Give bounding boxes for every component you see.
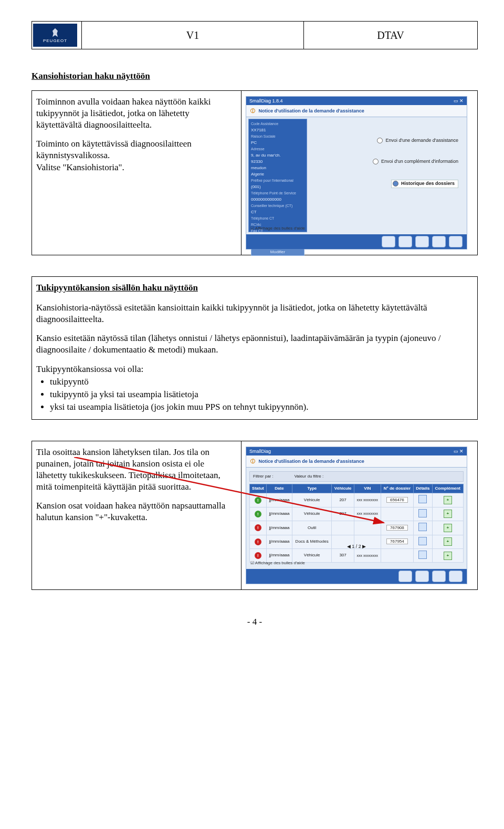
footer-button[interactable] bbox=[415, 236, 429, 247]
filter-bar: Filtrer par : Valeur du filtre : bbox=[249, 471, 464, 482]
section1-title: Kansiohistorian haku näyttöön bbox=[32, 70, 478, 82]
col-header: Type bbox=[292, 484, 332, 493]
shot1-titlebar: SmallDiag 1.8.4 ▭ ✕ bbox=[246, 97, 467, 105]
section1-box: Toiminnon avulla voidaan hakea näyttöön … bbox=[32, 90, 478, 255]
opt-envoi-demande[interactable]: Envoi d'une demande d'assistance bbox=[377, 138, 458, 144]
section2-text: Tukipyyntökansion sisällön haku näyttöön… bbox=[32, 277, 478, 420]
complement-add-button[interactable]: + bbox=[444, 552, 452, 560]
shot1-footer: ☑ Affichage des bulles d'aide bbox=[246, 234, 467, 249]
shot1-window-controls: ▭ ✕ bbox=[454, 97, 464, 105]
s2-p2: Kansio esitetään näytössä tilan (lähetys… bbox=[36, 333, 473, 356]
section2-title: Tukipyyntökansion sisällön haku näyttöön bbox=[36, 282, 473, 294]
modifier-button[interactable]: Modifier bbox=[251, 248, 304, 256]
dossier-table: StatutDateTypeVéhiculeVINN° de dossierDé… bbox=[249, 484, 464, 563]
section1-text: Toiminnon avulla voidaan hakea näyttöön … bbox=[32, 91, 242, 255]
status-icon: ! bbox=[255, 524, 261, 531]
footer-button[interactable] bbox=[415, 571, 429, 582]
complement-add-button[interactable]: + bbox=[444, 524, 452, 532]
shot2-titlebar: SmallDiag▭ ✕ bbox=[246, 447, 467, 455]
col-header: Date bbox=[266, 484, 292, 493]
footer-button[interactable] bbox=[449, 236, 463, 247]
status-icon: ! bbox=[255, 552, 261, 559]
screenshot-notice-utilisation: SmallDiag 1.8.4 ▭ ✕ ⓘ Notice d'utilisati… bbox=[246, 96, 467, 250]
screenshot-historique-dossiers: SmallDiag▭ ✕ ⓘ Notice d'utilisation de l… bbox=[246, 447, 467, 584]
shot2-notice: ⓘ Notice d'utilisation de la demande d'a… bbox=[246, 455, 467, 468]
shot1-title: SmallDiag 1.8.4 bbox=[249, 97, 283, 105]
shot1-main: Envoi d'une demande d'assistance Envoi d… bbox=[310, 119, 464, 232]
page-number: - 4 - bbox=[32, 616, 478, 628]
details-button[interactable] bbox=[418, 495, 427, 503]
page-header-table: PEUGEOT V1 DTAV bbox=[32, 21, 478, 49]
shot1-notice: ⓘ Notice d'utilisation de la demande d'a… bbox=[246, 105, 467, 117]
section2-box: Tukipyyntökansion sisällön haku näyttöön… bbox=[32, 276, 478, 420]
section3-box: Tila osoittaa kansion lähetyksen tilan. … bbox=[32, 441, 478, 590]
s1-p1: Toiminnon avulla voidaan hakea näyttöön … bbox=[36, 96, 237, 131]
complement-add-button[interactable]: + bbox=[444, 510, 452, 518]
footer-button[interactable] bbox=[432, 236, 446, 247]
footer-button[interactable] bbox=[382, 236, 395, 247]
section1-screenshot-cell: SmallDiag 1.8.4 ▭ ✕ ⓘ Notice d'utilisati… bbox=[242, 91, 478, 255]
opt-envoi-complement[interactable]: Envoi d'un complément d'information bbox=[373, 159, 458, 165]
radio-icon[interactable] bbox=[393, 181, 398, 186]
footer-button[interactable] bbox=[432, 571, 446, 582]
col-header: N° de dossier bbox=[381, 484, 413, 493]
footer-button[interactable] bbox=[398, 236, 412, 247]
col-header: Véhicule bbox=[332, 484, 354, 493]
shot1-sidebar: Code AssistanceXX7181 Raison SocialePC A… bbox=[248, 119, 307, 232]
s2-p1: Kansiohistoria-näytössä esitetään kansio… bbox=[36, 302, 473, 325]
lion-icon bbox=[50, 27, 60, 38]
details-button[interactable] bbox=[418, 509, 427, 517]
col-header: VIN bbox=[354, 484, 381, 493]
s3-p2: Kansion osat voidaan hakea näyttöön naps… bbox=[36, 500, 237, 523]
s2-b1: tukipyyntö bbox=[50, 376, 473, 388]
footer-button[interactable] bbox=[398, 571, 412, 582]
section3-screenshot-cell: SmallDiag▭ ✕ ⓘ Notice d'utilisation de l… bbox=[242, 441, 478, 589]
table-row: !jj/mm/aaaaVéhicule207xxx xxxxxxxx656476… bbox=[250, 493, 464, 507]
s2-p3: Tukipyyntökansiossa voi olla: bbox=[36, 364, 473, 375]
s1-p3: Valitse "Kansiohistoria". bbox=[36, 162, 237, 173]
pager[interactable]: ◀ 1 / 2 ▶ bbox=[246, 544, 467, 550]
table-row: !jj/mm/aaaaVéhicule207xxx xxxxxxxx+ bbox=[250, 507, 464, 521]
s2-b3: yksi tai useampia lisätietoja (jos jokin… bbox=[50, 401, 473, 413]
peugeot-logo: PEUGEOT bbox=[33, 24, 77, 47]
col-header: Détails bbox=[414, 484, 433, 493]
header-middle: V1 bbox=[82, 22, 304, 49]
info-icon: ⓘ bbox=[250, 108, 255, 113]
details-button[interactable] bbox=[418, 551, 427, 559]
s2-bullets: tukipyyntö tukipyyntö ja yksi tai useamp… bbox=[50, 376, 473, 413]
footer-button[interactable] bbox=[449, 571, 463, 582]
complement-add-button[interactable]: + bbox=[444, 496, 452, 504]
col-header: Statut bbox=[250, 484, 267, 493]
brand-text: PEUGEOT bbox=[43, 38, 67, 44]
status-icon: ! bbox=[255, 511, 261, 517]
status-icon: ! bbox=[255, 497, 261, 504]
s3-p1: Tila osoittaa kansion lähetyksen tilan. … bbox=[36, 447, 237, 493]
col-header: Complément bbox=[432, 484, 463, 493]
table-row: !jj/mm/aaaaOutil767908+ bbox=[250, 521, 464, 535]
radio-icon[interactable] bbox=[377, 138, 383, 143]
shot2-footer: ☑ Affichage des bulles d'aide bbox=[246, 569, 467, 584]
s1-p2: Toiminto on käytettävissä diagnoosilaitt… bbox=[36, 138, 237, 161]
s2-b2: tukipyyntö ja yksi tai useampia lisätiet… bbox=[50, 389, 473, 400]
opt-historique[interactable]: Historique des dossiers bbox=[391, 180, 458, 188]
header-right: DTAV bbox=[304, 22, 478, 49]
section3-text: Tila osoittaa kansion lähetyksen tilan. … bbox=[32, 441, 242, 589]
details-button[interactable] bbox=[418, 523, 427, 531]
radio-icon[interactable] bbox=[373, 159, 379, 164]
logo-cell: PEUGEOT bbox=[32, 22, 82, 49]
info-icon: ⓘ bbox=[250, 459, 255, 464]
